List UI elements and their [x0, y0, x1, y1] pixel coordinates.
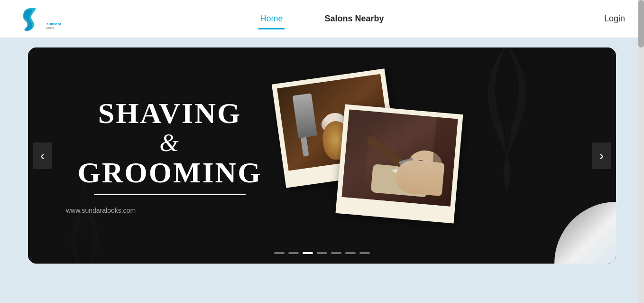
scrollbar-thumb[interactable]	[638, 0, 644, 47]
navbar: sundara looks Home Salons Nearby Login	[0, 0, 644, 38]
svg-rect-9	[296, 102, 303, 110]
slider-dot-2[interactable]	[288, 252, 299, 254]
slider-arrow-left[interactable]: ‹	[33, 142, 52, 169]
nav-salons-nearby[interactable]: Salons Nearby	[322, 10, 386, 28]
logo-icon	[19, 6, 43, 32]
hero-website-url: www.sundaralooks.com	[66, 207, 274, 214]
hero-slider: SHAVING & GROOMING www.sundaralooks.com	[28, 47, 616, 264]
hero-photos	[293, 47, 616, 264]
slider-dots	[274, 252, 370, 254]
scrollbar[interactable]	[638, 0, 644, 303]
nav-home[interactable]: Home	[258, 10, 285, 28]
slider-dot-4[interactable]	[317, 252, 327, 254]
nav-links: Home Salons Nearby	[258, 10, 386, 28]
svg-point-18	[411, 160, 439, 179]
slider-dot-6[interactable]	[345, 252, 356, 254]
slider-arrow-right[interactable]: ›	[592, 142, 611, 169]
shaving-service-image	[341, 109, 458, 206]
hero-title: SHAVING & GROOMING	[66, 97, 274, 189]
slider-dot-5[interactable]	[331, 252, 341, 254]
hero-text-block: SHAVING & GROOMING www.sundaralooks.com	[28, 97, 293, 215]
slider-dot-7[interactable]	[359, 252, 370, 254]
slider-dot-3[interactable]	[303, 252, 313, 254]
logo[interactable]: sundara looks	[19, 6, 61, 32]
hero-title-ampersand: &	[66, 129, 274, 156]
nav-login[interactable]: Login	[604, 14, 625, 24]
hero-title-line2: GROOMING	[66, 156, 274, 189]
hero-title-underline	[94, 194, 246, 195]
slider-dot-1[interactable]	[274, 252, 285, 254]
svg-rect-16	[371, 164, 430, 197]
hero-title-line1: SHAVING	[66, 97, 274, 129]
polaroid-photo-2	[335, 104, 463, 224]
hero-wrapper: SHAVING & GROOMING www.sundaralooks.com	[0, 38, 644, 278]
